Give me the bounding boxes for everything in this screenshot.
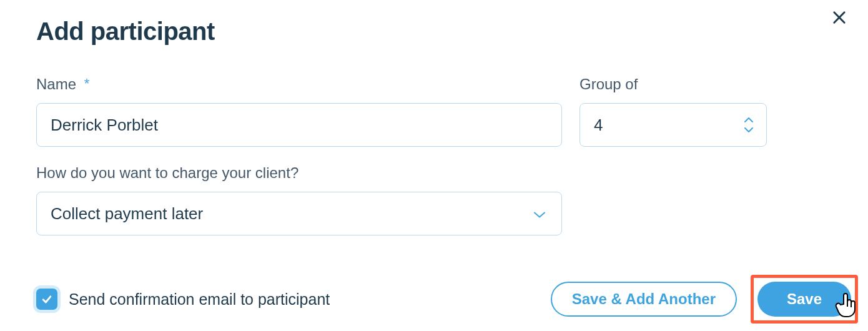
confirm-email-label: Send confirmation email to participant (69, 290, 330, 309)
group-stepper[interactable]: 4 (579, 103, 767, 147)
actions: Save & Add Another Save (551, 275, 858, 324)
form-row: Name * Group of 4 (36, 76, 832, 147)
modal-footer: Send confirmation email to participant S… (36, 275, 858, 324)
confirm-email-option: Send confirmation email to participant (36, 289, 330, 310)
group-field: Group of 4 (579, 76, 767, 147)
charge-value: Collect payment later (51, 204, 203, 224)
chevron-down-icon[interactable] (744, 127, 754, 133)
name-label-text: Name (36, 76, 76, 92)
charge-select[interactable]: Collect payment later (36, 192, 562, 235)
group-label: Group of (579, 76, 767, 93)
save-button[interactable]: Save (757, 282, 851, 317)
save-button-highlight: Save (751, 275, 858, 324)
name-field: Name * (36, 76, 562, 147)
name-input[interactable] (36, 103, 562, 147)
modal-title: Add participant (36, 17, 832, 46)
stepper-arrows (744, 104, 754, 146)
add-participant-modal: Add participant Name * Group of 4 How do… (0, 0, 868, 331)
check-icon (41, 293, 53, 305)
name-label: Name * (36, 76, 562, 93)
group-value: 4 (594, 116, 603, 135)
confirm-email-checkbox[interactable] (36, 289, 57, 310)
close-icon[interactable] (831, 9, 848, 29)
charge-field: How do you want to charge your client? C… (36, 164, 562, 235)
save-add-another-button[interactable]: Save & Add Another (551, 282, 737, 317)
required-asterisk: * (84, 76, 90, 91)
charge-label: How do you want to charge your client? (36, 164, 562, 182)
chevron-up-icon[interactable] (744, 117, 754, 123)
chevron-down-icon (533, 204, 546, 224)
